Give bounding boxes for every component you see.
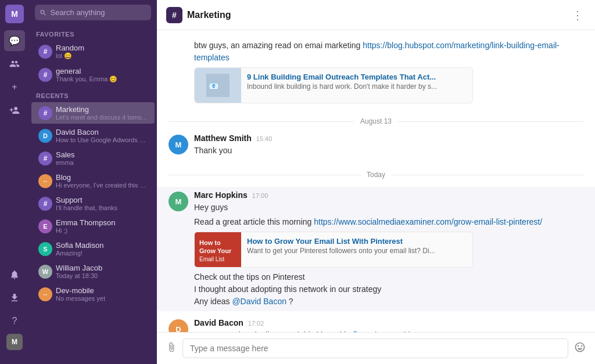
avatar: M	[169, 192, 188, 211]
search-bar[interactable]	[35, 5, 151, 20]
main-content: # Marketing ⋮ btw guys, an amazing read …	[157, 0, 595, 364]
channel-preview: Hi ;)	[56, 227, 148, 234]
message-text: Check out the tips on Pinterest	[194, 271, 583, 283]
user-avatar-small: E	[38, 219, 52, 233]
channel-name: Sales	[56, 150, 148, 159]
date-divider-today: Today	[169, 171, 583, 179]
channel-name: David Bacon	[56, 128, 148, 136]
emoji-icon[interactable]	[574, 341, 586, 356]
channel-hash-icon: #	[38, 152, 52, 165]
channel-name: Marketing	[56, 105, 148, 114]
sidebar-item-dev-mobile[interactable]: ↔ Dev-mobile No messages yet	[31, 283, 155, 305]
more-options-button[interactable]: ⋮	[569, 6, 586, 24]
channel-preview: Today at 18:30	[56, 272, 148, 279]
avatar: M	[169, 135, 188, 154]
message-text: Any ideas @David Bacon ?	[194, 295, 583, 308]
channel-preview: Amazing!	[56, 250, 148, 257]
channel-hash-icon: #	[38, 106, 52, 120]
link-preview-desc: Inbound link building is hard work. Don'…	[247, 82, 437, 91]
channel-name: Random	[56, 44, 148, 52]
sidebar-item-support[interactable]: # Support I'll handle that, thanks	[31, 193, 155, 214]
sidebar: FAVORITES # Random lol 😄 # general Thank…	[29, 0, 157, 364]
user-avatar-small: W	[38, 265, 52, 279]
channel-name: Dev-mobile	[56, 286, 148, 295]
message-input[interactable]	[182, 338, 568, 358]
channel-name: Emma Thompson	[56, 218, 148, 227]
messages-area: btw guys, an amazing read on emai market…	[157, 30, 595, 332]
add-channel-icon[interactable]: +	[4, 77, 25, 98]
channel-header-hash-icon: #	[166, 7, 182, 23]
svg-text:How to: How to	[199, 239, 221, 246]
channel-name: Blog	[56, 173, 148, 182]
channel-preview: No messages yet	[56, 295, 148, 302]
icon-rail: M 💬 + ? M	[0, 0, 29, 364]
message-link[interactable]: https://blog.hubspot.com/marketing/link-…	[194, 41, 560, 62]
sidebar-item-david-bacon[interactable]: D David Bacon How to Use Google Adwords …	[31, 125, 155, 146]
message-time: 17:02	[248, 320, 264, 327]
avatar: D	[169, 319, 188, 332]
sender-name: Marc Hopkins	[194, 190, 248, 200]
sidebar-item-marketing[interactable]: # Marketing Let's meet and discuss it to…	[31, 102, 155, 124]
channel-hash-icon: #	[38, 68, 52, 82]
mention: @David Bacon	[232, 297, 286, 306]
sidebar-item-emma-thompson[interactable]: E Emma Thompson Hi ;)	[31, 215, 155, 237]
download-icon[interactable]	[4, 287, 25, 308]
recents-label: RECENTS	[29, 87, 157, 102]
team-icon[interactable]	[4, 53, 25, 74]
workspace-avatar[interactable]: M	[5, 5, 24, 23]
svg-text:📧: 📧	[209, 81, 219, 91]
sidebar-item-sofia-madison[interactable]: S Sofia Madison Amazing!	[31, 238, 155, 260]
sender-name: Matthew Smith	[194, 134, 252, 143]
link-preview-title: 9 Link Building Email Outreach Templates…	[247, 73, 437, 81]
message-text: Thank you	[194, 145, 583, 157]
sidebar-item-general[interactable]: # general Thank you, Emma 😊	[31, 64, 155, 86]
channel-preview: Thank you, Emma 😊	[56, 75, 148, 83]
message-text: I thought about adopting this network in…	[194, 283, 583, 295]
message-time: 17:00	[252, 192, 268, 199]
user-avatar-small: D	[38, 129, 52, 143]
link-preview-image: 📧	[195, 68, 241, 103]
message-group: D David Bacon 17:02 Hm..we've already di…	[169, 318, 583, 332]
search-input[interactable]	[51, 8, 146, 17]
sidebar-item-william-jacob[interactable]: W William Jacob Today at 18:30	[31, 261, 155, 282]
help-icon[interactable]: ?	[4, 311, 25, 331]
channel-header: # Marketing ⋮	[157, 0, 595, 30]
chat-icon[interactable]: 💬	[4, 30, 25, 51]
svg-text:Grow Your: Grow Your	[199, 247, 232, 254]
message-group: btw guys, an amazing read on emai market…	[169, 39, 583, 103]
user-avatar[interactable]: M	[6, 334, 23, 350]
channel-preview: Hi everyone, I've created this c...	[56, 182, 148, 189]
sidebar-item-random[interactable]: # Random lol 😄	[31, 41, 155, 63]
add-person-icon[interactable]	[4, 100, 25, 121]
message-text: btw guys, an amazing read on emai market…	[194, 39, 583, 64]
channel-icon-blog: ↔	[38, 174, 52, 188]
channel-hash-icon: #	[38, 197, 52, 211]
message-link[interactable]: https://www.socialmediaexaminer.com/grow…	[314, 217, 542, 226]
link-preview-title: How to Grow Your Email List With Pintere…	[247, 237, 435, 246]
link-preview: 📧 9 Link Building Email Outreach Templat…	[194, 67, 473, 103]
message-text: Hey guys	[194, 201, 583, 214]
link-preview: How toGrow YourEmail List How to Grow Yo…	[194, 232, 473, 268]
message-input-area	[157, 332, 595, 364]
channel-hash-icon: #	[38, 45, 52, 59]
sidebar-item-blog[interactable]: ↔ Blog Hi everyone, I've created this c.…	[31, 170, 155, 192]
attach-icon[interactable]	[166, 342, 177, 355]
channel-preview: Let's meet and discuss it tomo...	[56, 114, 148, 121]
message-group: M Marc Hopkins 17:00 Hey guys Read a gre…	[157, 187, 595, 311]
channel-name: Support	[56, 196, 148, 204]
sidebar-item-sales[interactable]: # Sales emma	[31, 147, 155, 169]
favorites-label: FAVORITES	[29, 25, 157, 40]
channel-preview: lol 😄	[56, 52, 148, 60]
search-icon	[40, 9, 47, 17]
channel-icon-dev-mobile: ↔	[38, 287, 52, 301]
date-divider-aug13: August 13	[169, 117, 583, 125]
message-text: Read a great article this morning https:…	[194, 216, 583, 228]
channel-preview: emma	[56, 159, 148, 166]
channel-preview: How to Use Google Adwords E...	[56, 136, 148, 143]
channel-name: Sofia Madison	[56, 241, 148, 250]
message-time: 15:40	[256, 135, 273, 142]
link-preview-image: How toGrow YourEmail List	[195, 232, 241, 267]
bell-icon[interactable]	[4, 264, 25, 285]
sender-name: David Bacon	[194, 318, 243, 327]
channel-preview: I'll handle that, thanks	[56, 204, 148, 211]
